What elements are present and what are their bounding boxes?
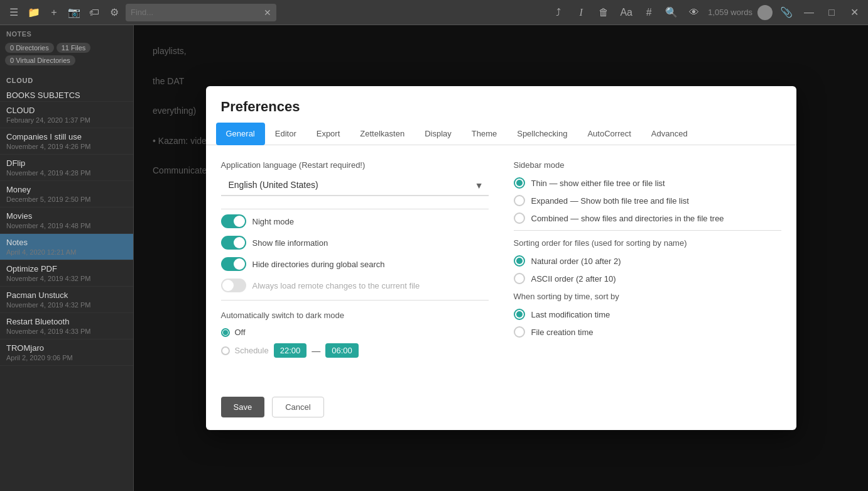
toolbar-right: ⤴ I 🗑 Aa # 🔍 👁 1,059 words 📎 — □ ✕ xyxy=(550,4,863,21)
modal-overlay: Preferences General Editor Export Zettel… xyxy=(134,25,868,491)
search-icon[interactable]: 🔍 xyxy=(663,4,680,21)
time-sort-creation-radio[interactable] xyxy=(514,326,525,338)
tab-advanced[interactable]: Advanced xyxy=(641,123,698,145)
auto-dark-off-option[interactable]: Off xyxy=(221,328,489,337)
folder-icon[interactable]: 📁 xyxy=(25,4,43,21)
sorting-natural-option[interactable]: Natural order (10 after 2) xyxy=(514,255,781,267)
modal-title: Preferences xyxy=(206,86,796,123)
time-sort-title: When sorting by time, sort by xyxy=(514,292,781,301)
time-sort-creation-option[interactable]: File creation time xyxy=(514,326,781,338)
search-bar: ✕ xyxy=(126,4,276,21)
sidebar-item-money[interactable]: Money December 5, 2019 2:50 PM xyxy=(0,181,133,207)
tab-display[interactable]: Display xyxy=(415,123,462,145)
modal-body: Application language (Restart required!)… xyxy=(206,145,796,397)
toggle-load-remote: Always load remote changes to the curren… xyxy=(221,279,489,292)
hash-icon[interactable]: # xyxy=(640,4,658,21)
minimize-icon[interactable]: — xyxy=(800,4,818,21)
form-divider-2 xyxy=(221,300,489,301)
preferences-modal: Preferences General Editor Export Zettel… xyxy=(206,86,796,430)
sidebar-item-movies[interactable]: Movies November 4, 2019 4:48 PM xyxy=(0,207,133,234)
sidebar-thin-option[interactable]: Thin — show either file tree or file lis… xyxy=(514,177,781,189)
sidebar-item-dflip[interactable]: DFlip November 4, 2019 4:28 PM xyxy=(0,155,133,181)
word-count: 1,059 words xyxy=(708,8,752,17)
font-icon[interactable]: Aa xyxy=(617,4,635,21)
tab-editor[interactable]: Editor xyxy=(265,123,307,145)
add-icon[interactable]: + xyxy=(45,4,63,21)
search-clear-icon[interactable]: ✕ xyxy=(264,8,271,18)
language-select-wrap: English (United States) ▼ xyxy=(221,175,489,196)
auto-dark-section: Automatically switch to dark mode Off Sc… xyxy=(221,311,489,358)
sidebar-combined-radio[interactable] xyxy=(514,212,525,224)
eye-icon[interactable]: 👁 xyxy=(685,4,703,21)
sidebar-section-cloud: CLOUD xyxy=(0,70,133,87)
time-sort-modification-option[interactable]: Last modification time xyxy=(514,309,781,320)
radio-divider-1 xyxy=(514,230,781,231)
search-input[interactable] xyxy=(131,8,260,17)
language-select[interactable]: English (United States) xyxy=(221,175,489,196)
sidebar-notes-title: NOTES xyxy=(0,25,133,40)
modal-footer: Save Cancel xyxy=(206,397,796,430)
sidebar-item-books[interactable]: BOOKS SUBJETCS xyxy=(0,87,133,102)
sidebar-tag-virtual[interactable]: 0 Virtual Directories xyxy=(5,55,75,65)
load-remote-toggle[interactable] xyxy=(221,279,246,292)
hide-directories-toggle[interactable] xyxy=(221,257,246,271)
sidebar-item-pacman[interactable]: Pacman Unstuck November 4, 2019 4:32 PM xyxy=(0,287,133,313)
share-icon[interactable]: ⤴ xyxy=(550,4,567,21)
tab-autocorrect[interactable]: AutoCorrect xyxy=(577,123,641,145)
modal-left-panel: Application language (Restart required!)… xyxy=(221,160,489,382)
auto-dark-schedule-radio[interactable] xyxy=(221,346,230,355)
sorting-ascii-radio[interactable] xyxy=(514,273,525,284)
auto-dark-schedule-row: Schedule 22:00 — 06:00 xyxy=(221,343,489,358)
toggle-show-file-info: Show file information xyxy=(221,236,489,250)
schedule-end-time[interactable]: 06:00 xyxy=(325,343,359,358)
sorting-natural-radio[interactable] xyxy=(514,255,525,267)
sidebar-thin-radio[interactable] xyxy=(514,177,525,189)
sorting-title: Sorting order for files (used for sortin… xyxy=(514,238,781,248)
language-label: Application language (Restart required!) xyxy=(221,160,489,170)
tab-general[interactable]: General xyxy=(216,123,265,145)
circle-icon[interactable] xyxy=(757,5,773,20)
close-icon[interactable]: ✕ xyxy=(845,4,863,21)
show-file-info-toggle[interactable] xyxy=(221,236,246,250)
sidebar-item-notes[interactable]: Notes April 4, 2020 12:21 AM xyxy=(0,234,133,260)
tab-export[interactable]: Export xyxy=(307,123,350,145)
modal-tabs: General Editor Export Zettelkasten Displ… xyxy=(206,123,796,145)
tab-spellchecking[interactable]: Spellchecking xyxy=(507,123,577,145)
sidebar-tag-directories[interactable]: 0 Directories xyxy=(5,43,54,53)
sidebar-item-companies[interactable]: Companies I still use November 4, 2019 4… xyxy=(0,128,133,155)
schedule-start-time[interactable]: 22:00 xyxy=(274,343,307,358)
form-divider-1 xyxy=(221,209,489,209)
sidebar-combined-option[interactable]: Combined — show files and directories in… xyxy=(514,212,781,224)
auto-dark-off-radio[interactable] xyxy=(221,328,230,337)
sidebar-tag-files[interactable]: 11 Files xyxy=(57,43,91,53)
sidebar-expanded-option[interactable]: Expanded — Show both file tree and file … xyxy=(514,195,781,206)
tab-theme[interactable]: Theme xyxy=(462,123,507,145)
auto-dark-title: Automatically switch to dark mode xyxy=(221,311,489,320)
italic-icon[interactable]: I xyxy=(572,4,590,21)
sidebar-item-optimize[interactable]: Optimize PDF November 4, 2019 4:32 PM xyxy=(0,260,133,287)
content-area: playlists, the DAT everything) • Kazam: … xyxy=(134,25,868,491)
maximize-icon[interactable]: □ xyxy=(823,4,840,21)
settings-icon[interactable]: ⚙ xyxy=(106,4,123,21)
sidebar-item-cloud[interactable]: CLOUD February 24, 2020 1:37 PM xyxy=(0,102,133,128)
sidebar-expanded-radio[interactable] xyxy=(514,195,525,206)
cancel-button[interactable]: Cancel xyxy=(272,397,323,417)
sidebar: NOTES 0 Directories 11 Files 0 Virtual D… xyxy=(0,25,134,491)
tag-icon[interactable]: 🏷 xyxy=(85,4,103,21)
trash-icon[interactable]: 🗑 xyxy=(595,4,612,21)
sidebar-item-tromjaro[interactable]: TROMjaro April 2, 2020 9:06 PM xyxy=(0,339,133,366)
toggle-hide-directories: Hide directories during global search xyxy=(221,257,489,271)
sorting-ascii-option[interactable]: ASCII order (2 after 10) xyxy=(514,273,781,284)
sidebar-item-restart-bluetooth[interactable]: Restart Bluetooth November 4, 2019 4:33 … xyxy=(0,313,133,339)
image-icon[interactable]: 📷 xyxy=(65,4,83,21)
night-mode-toggle[interactable] xyxy=(221,214,246,228)
menu-icon[interactable]: ☰ xyxy=(5,4,23,21)
time-sort-modification-radio[interactable] xyxy=(514,309,525,320)
attachment-icon[interactable]: 📎 xyxy=(778,4,795,21)
save-button[interactable]: Save xyxy=(221,397,265,417)
toggle-night-mode: Night mode xyxy=(221,214,489,228)
modal-right-panel: Sidebar mode Thin — show either file tre… xyxy=(514,160,781,382)
main-layout: NOTES 0 Directories 11 Files 0 Virtual D… xyxy=(0,25,868,491)
sidebar-tags: 0 Directories 11 Files 0 Virtual Directo… xyxy=(0,40,133,70)
tab-zettelkasten[interactable]: Zettelkasten xyxy=(350,123,415,145)
